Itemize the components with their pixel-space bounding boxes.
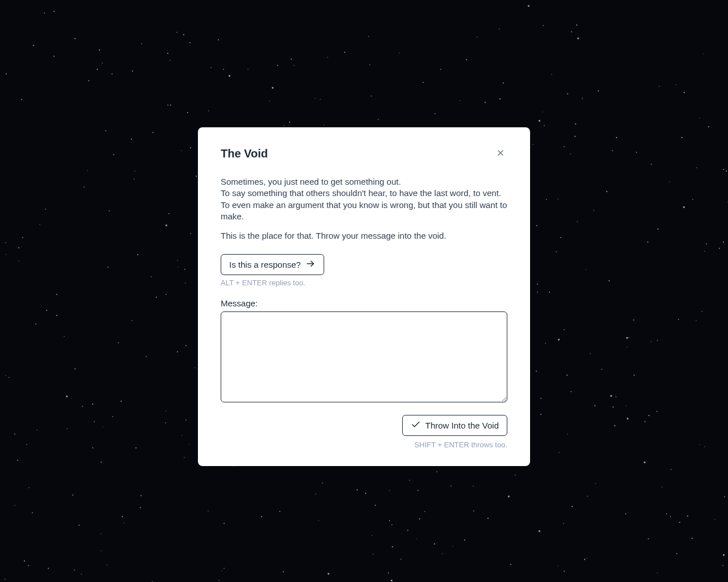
modal-header: The Void bbox=[221, 147, 507, 160]
is-response-button[interactable]: Is this a response? bbox=[221, 254, 324, 275]
response-hint: ALT + ENTER replies too. bbox=[221, 278, 507, 287]
intro-line: Sometimes, you just need to get somethin… bbox=[221, 177, 401, 186]
intro-text: Sometimes, you just need to get somethin… bbox=[221, 176, 507, 242]
close-icon bbox=[496, 148, 505, 159]
throw-hint: SHIFT + ENTER throws too. bbox=[221, 440, 507, 449]
intro-line: This is the place for that. Throw your m… bbox=[221, 230, 507, 242]
message-label: Message: bbox=[221, 298, 507, 308]
throw-button-label: Throw Into the Void bbox=[425, 421, 499, 430]
is-response-label: Is this a response? bbox=[229, 260, 301, 269]
intro-line: To say something that others shouldn't h… bbox=[221, 188, 501, 198]
modal-title: The Void bbox=[221, 147, 268, 160]
check-icon bbox=[411, 419, 421, 431]
arrow-right-icon bbox=[305, 259, 316, 271]
throw-button[interactable]: Throw Into the Void bbox=[402, 415, 507, 436]
intro-line: To even make an argument that you know i… bbox=[221, 200, 507, 221]
close-button[interactable] bbox=[494, 147, 507, 160]
void-modal: The Void Sometimes, you just need to get… bbox=[198, 127, 530, 466]
message-textarea[interactable] bbox=[221, 311, 507, 402]
